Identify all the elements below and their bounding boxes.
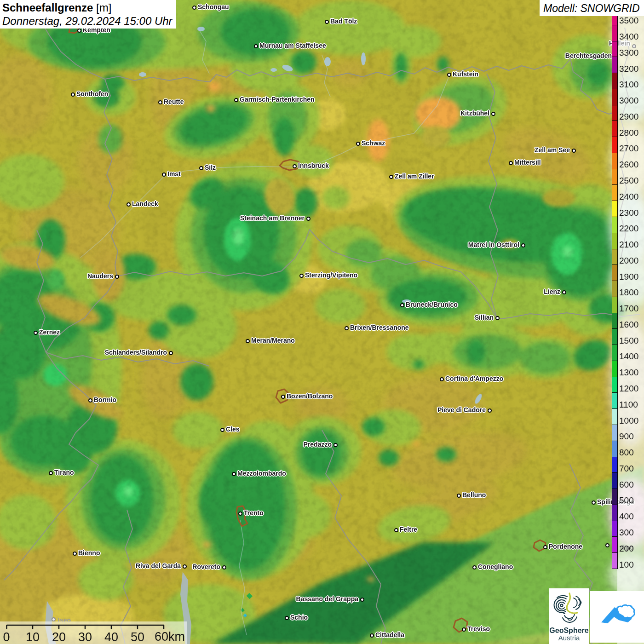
svg-text:Austria: Austria	[558, 634, 580, 642]
svg-text:GeoSphere: GeoSphere	[549, 627, 588, 634]
